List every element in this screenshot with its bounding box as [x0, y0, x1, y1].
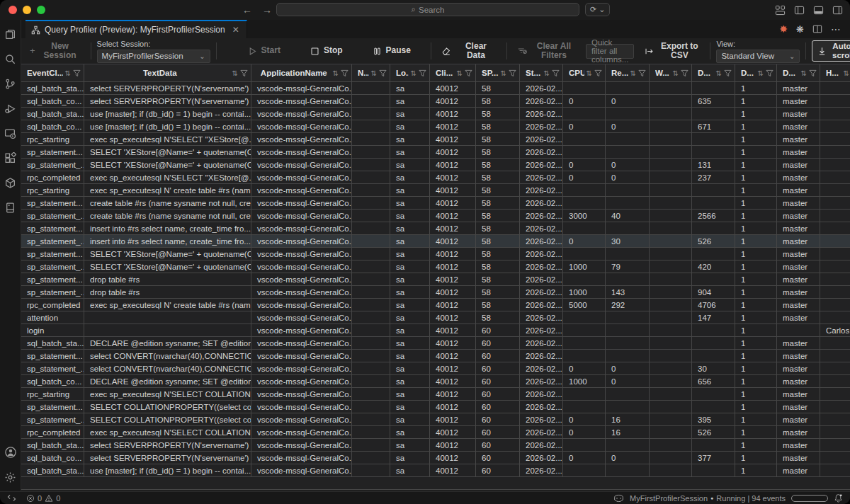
sort-icon[interactable]: ⇅	[501, 69, 506, 77]
cell-host_name[interactable]	[820, 82, 850, 94]
cell-duration[interactable]	[692, 388, 735, 400]
table-row[interactable]: loginvscode-mssql-GeneralCo...sa40012602…	[21, 324, 850, 337]
cell-text_data[interactable]: select CONVERT(nvarchar(40),CONNECTIO...	[84, 350, 251, 362]
cell-cpu[interactable]	[563, 350, 606, 362]
cell-database_name[interactable]: master	[777, 260, 820, 273]
cell-reads[interactable]	[606, 464, 650, 476]
account-icon[interactable]	[4, 445, 18, 459]
column-header-application_name[interactable]: ApplicationName⇅	[251, 64, 352, 81]
cell-application_name[interactable]: vscode-mssql-GeneralCo...	[251, 184, 352, 196]
filter-icon[interactable]	[724, 69, 732, 77]
cell-cpu[interactable]	[563, 337, 606, 349]
cell-client_process_id[interactable]: 40012	[430, 120, 476, 132]
cell-host_name[interactable]	[820, 337, 850, 349]
cell-event_class[interactable]: rpc_starting	[21, 388, 84, 400]
cell-nt_user_name[interactable]	[352, 184, 390, 196]
cell-database_name[interactable]: master	[777, 337, 820, 349]
cell-application_name[interactable]: vscode-mssql-GeneralCo...	[251, 299, 352, 311]
cell-text_data[interactable]: DECLARE @edition sysname; SET @edition .…	[84, 337, 251, 349]
cell-nt_user_name[interactable]	[352, 171, 390, 183]
filter-icon[interactable]	[766, 69, 774, 77]
cell-client_process_id[interactable]: 40012	[430, 362, 476, 374]
cell-cpu[interactable]: 0	[563, 95, 606, 107]
cell-database_id[interactable]: 1	[735, 464, 777, 476]
cell-start_time[interactable]: 2026-02...	[520, 426, 563, 438]
cell-client_process_id[interactable]: 40012	[430, 95, 476, 107]
cell-cpu[interactable]	[563, 401, 606, 413]
settings-gear-icon[interactable]	[4, 470, 18, 484]
cell-nt_user_name[interactable]	[352, 210, 390, 222]
cell-spid[interactable]: 58	[476, 120, 520, 132]
cell-duration[interactable]: 671	[692, 120, 735, 132]
cell-database_id[interactable]: 1	[735, 413, 777, 425]
cell-event_class[interactable]: sp_statement...	[21, 248, 84, 260]
cell-writes[interactable]	[650, 82, 692, 94]
cell-login_name[interactable]: sa	[390, 210, 430, 222]
cell-login_name[interactable]: sa	[390, 324, 430, 336]
table-row[interactable]: sp_statement_...drop table #rsvscode-mss…	[21, 286, 850, 299]
sort-icon[interactable]: ⇅	[371, 69, 377, 77]
cell-duration[interactable]: 2566	[692, 210, 735, 222]
cell-database_name[interactable]: master	[777, 299, 820, 311]
cell-event_class[interactable]: sql_batch_sta...	[21, 337, 84, 349]
column-header-database_name[interactable]: D...⇅	[777, 64, 820, 81]
filter-icon[interactable]	[681, 69, 688, 77]
cell-database_id[interactable]: 1	[735, 439, 777, 451]
cell-spid[interactable]: 60	[476, 375, 520, 387]
cell-event_class[interactable]: sp_statement_...	[21, 159, 84, 171]
cell-cpu[interactable]: 0	[563, 362, 606, 374]
cell-writes[interactable]	[650, 159, 692, 171]
cell-writes[interactable]	[650, 120, 692, 132]
cell-application_name[interactable]: vscode-mssql-GeneralCo...	[251, 248, 352, 260]
cell-database_name[interactable]: master	[777, 401, 820, 413]
cell-nt_user_name[interactable]	[352, 235, 390, 247]
cell-start_time[interactable]: 2026-02...	[520, 401, 563, 413]
cell-database_id[interactable]: 1	[735, 222, 777, 234]
cell-client_process_id[interactable]: 40012	[430, 248, 476, 260]
cell-client_process_id[interactable]: 40012	[430, 350, 476, 362]
stop-button[interactable]: Stop	[306, 45, 347, 57]
column-header-cpu[interactable]: CPU⇅	[563, 64, 606, 81]
profiler-session-status[interactable]: MyFirstProfilerSession ● Running | 94 ev…	[630, 494, 786, 503]
cell-database_name[interactable]: master	[777, 248, 820, 260]
filter-icon[interactable]	[809, 69, 817, 77]
cell-spid[interactable]: 60	[476, 388, 520, 400]
cell-writes[interactable]	[650, 299, 692, 311]
cell-login_name[interactable]: sa	[390, 401, 430, 413]
cell-nt_user_name[interactable]	[352, 350, 390, 362]
cell-nt_user_name[interactable]	[352, 401, 390, 413]
cell-nt_user_name[interactable]	[352, 439, 390, 451]
cell-client_process_id[interactable]: 40012	[430, 464, 476, 476]
cell-client_process_id[interactable]: 40012	[430, 311, 476, 323]
cell-cpu[interactable]	[563, 222, 606, 234]
column-header-login_name[interactable]: Lo...⇅	[390, 64, 430, 81]
cell-spid[interactable]: 58	[476, 210, 520, 222]
cell-event_class[interactable]: rpc_starting	[21, 133, 84, 145]
toggle-secondary-sidebar-icon[interactable]	[832, 5, 843, 16]
cell-database_id[interactable]: 1	[735, 286, 777, 298]
table-row[interactable]: sql_batch_co...select SERVERPROPERTY(N's…	[21, 452, 850, 464]
cell-cpu[interactable]	[563, 248, 606, 260]
cell-writes[interactable]	[650, 337, 692, 349]
remote-indicator[interactable]	[7, 493, 16, 503]
cell-database_name[interactable]: master	[777, 108, 820, 120]
cell-application_name[interactable]: vscode-mssql-GeneralCo...	[251, 324, 352, 336]
cell-application_name[interactable]: vscode-mssql-GeneralCo...	[251, 82, 352, 94]
cell-writes[interactable]	[650, 401, 692, 413]
cell-host_name[interactable]	[820, 248, 850, 260]
cell-start_time[interactable]: 2026-02...	[520, 375, 563, 387]
sort-icon[interactable]: ⇅	[801, 69, 807, 77]
cell-application_name[interactable]: vscode-mssql-GeneralCo...	[251, 159, 352, 171]
cell-database_name[interactable]	[777, 324, 820, 336]
cell-start_time[interactable]: 2026-02...	[520, 82, 563, 94]
column-header-event_class[interactable]: EventCl...⇅	[21, 64, 84, 81]
cell-spid[interactable]: 60	[476, 439, 520, 451]
cell-application_name[interactable]: vscode-mssql-GeneralCo...	[251, 95, 352, 107]
cell-nt_user_name[interactable]	[352, 337, 390, 349]
cell-writes[interactable]	[650, 324, 692, 336]
cell-application_name[interactable]: vscode-mssql-GeneralCo...	[251, 286, 352, 298]
cell-event_class[interactable]: sql_batch_sta...	[21, 439, 84, 451]
cell-writes[interactable]	[650, 235, 692, 247]
cell-database_id[interactable]: 1	[735, 452, 777, 464]
cell-duration[interactable]	[692, 146, 735, 158]
